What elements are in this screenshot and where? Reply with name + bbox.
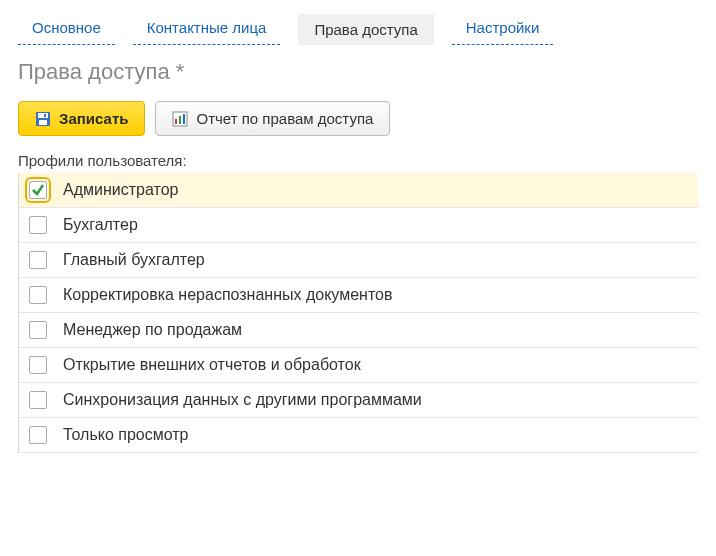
profile-label: Главный бухгалтер <box>63 251 205 269</box>
profile-row[interactable]: Главный бухгалтер <box>19 243 698 278</box>
profile-row[interactable]: Менеджер по продажам <box>19 313 698 348</box>
profile-checkbox[interactable] <box>29 426 47 444</box>
tab-3[interactable]: Настройки <box>452 14 554 45</box>
profile-label: Только просмотр <box>63 426 189 444</box>
svg-rect-7 <box>183 114 185 124</box>
profile-row[interactable]: Администратор <box>19 173 698 208</box>
tab-bar: ОсновноеКонтактные лицаПрава доступаНаст… <box>18 14 698 45</box>
tab-0[interactable]: Основное <box>18 14 115 45</box>
profile-checkbox[interactable] <box>29 216 47 234</box>
save-button[interactable]: Записать <box>18 101 145 136</box>
profile-label: Менеджер по продажам <box>63 321 242 339</box>
profile-checkbox[interactable] <box>29 251 47 269</box>
svg-rect-3 <box>44 114 46 117</box>
profile-row[interactable]: Корректировка нераспознанных документов <box>19 278 698 313</box>
profile-row[interactable]: Синхронизация данных с другими программа… <box>19 383 698 418</box>
report-icon <box>172 111 188 127</box>
svg-rect-1 <box>38 113 48 118</box>
report-button[interactable]: Отчет по правам доступа <box>155 101 390 136</box>
profile-row[interactable]: Бухгалтер <box>19 208 698 243</box>
profile-checkbox[interactable] <box>29 181 47 199</box>
report-button-label: Отчет по правам доступа <box>196 110 373 127</box>
profiles-label: Профили пользователя: <box>18 152 698 169</box>
profile-label: Бухгалтер <box>63 216 138 234</box>
svg-rect-6 <box>179 116 181 124</box>
profile-row[interactable]: Открытие внешних отчетов и обработок <box>19 348 698 383</box>
save-button-label: Записать <box>59 110 128 127</box>
profile-row[interactable]: Только просмотр <box>19 418 698 453</box>
profile-checkbox[interactable] <box>29 286 47 304</box>
toolbar: Записать Отчет по правам доступа <box>18 101 698 136</box>
profile-label: Корректировка нераспознанных документов <box>63 286 392 304</box>
save-icon <box>35 111 51 127</box>
profile-label: Синхронизация данных с другими программа… <box>63 391 422 409</box>
profile-checkbox[interactable] <box>29 391 47 409</box>
tab-1[interactable]: Контактные лица <box>133 14 281 45</box>
profile-label: Администратор <box>63 181 178 199</box>
svg-rect-5 <box>175 119 177 124</box>
profile-checkbox[interactable] <box>29 356 47 374</box>
tab-2[interactable]: Права доступа <box>298 14 433 45</box>
profile-label: Открытие внешних отчетов и обработок <box>63 356 361 374</box>
svg-rect-2 <box>39 120 47 125</box>
page-title: Права доступа * <box>18 59 698 85</box>
profile-list: АдминистраторБухгалтерГлавный бухгалтерК… <box>18 173 698 453</box>
profile-checkbox[interactable] <box>29 321 47 339</box>
